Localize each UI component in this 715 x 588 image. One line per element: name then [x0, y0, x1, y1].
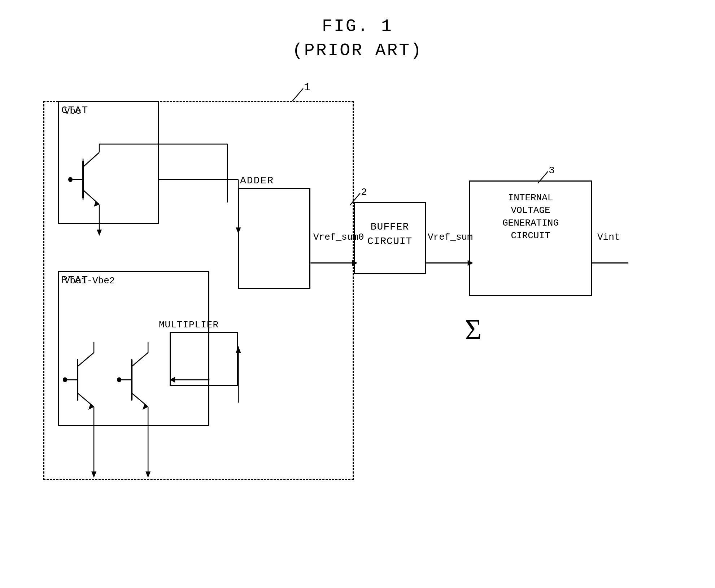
ptat-vbe-label: Vbe1-Vbe2 [64, 275, 115, 286]
svg-line-2 [350, 193, 360, 205]
buffer-label-1: BUFFER [355, 221, 425, 232]
ivgc-label-2: VOLTAGE [470, 205, 591, 216]
svg-line-4 [538, 171, 548, 183]
ivgc-label-1: INTERNAL [470, 192, 591, 203]
adder-symbol: Σ [465, 313, 482, 346]
vref-sum-label: Vref_sum [428, 232, 473, 243]
buffer-label-2: CIRCUIT [355, 236, 425, 247]
ref-3-label: 3 [538, 170, 567, 188]
page-title: FIG. 1 (PRIOR ART) [0, 0, 715, 63]
ref-2-label: 2 [350, 191, 379, 209]
ctat-box: Vbe [58, 101, 159, 224]
ivgc-label-4: CIRCUIT [470, 230, 591, 241]
ivgc-label-3: GENERATING [470, 218, 591, 228]
adder-box: Σ [238, 188, 310, 289]
diagram: 1 CTAT Vbe PTAT Vbe1-Vbe2 ADDER Σ MULTIP… [36, 79, 679, 559]
buffer-box: BUFFER CIRCUIT [354, 202, 426, 274]
svg-text:2: 2 [361, 187, 367, 198]
svg-text:1: 1 [304, 81, 310, 93]
ivgc-box: INTERNAL VOLTAGE GENERATING CIRCUIT [469, 180, 592, 296]
multiplier-box: K [170, 332, 238, 386]
svg-text:3: 3 [549, 165, 555, 176]
ctat-vbe-label: Vbe [64, 106, 81, 117]
svg-line-0 [292, 88, 303, 101]
adder-label: ADDER [240, 175, 274, 186]
vref-sum0-label: Vref_sum0 [313, 232, 364, 243]
vint-label: Vint [597, 232, 620, 243]
multiplier-label: MULTIPLIER [159, 319, 219, 330]
